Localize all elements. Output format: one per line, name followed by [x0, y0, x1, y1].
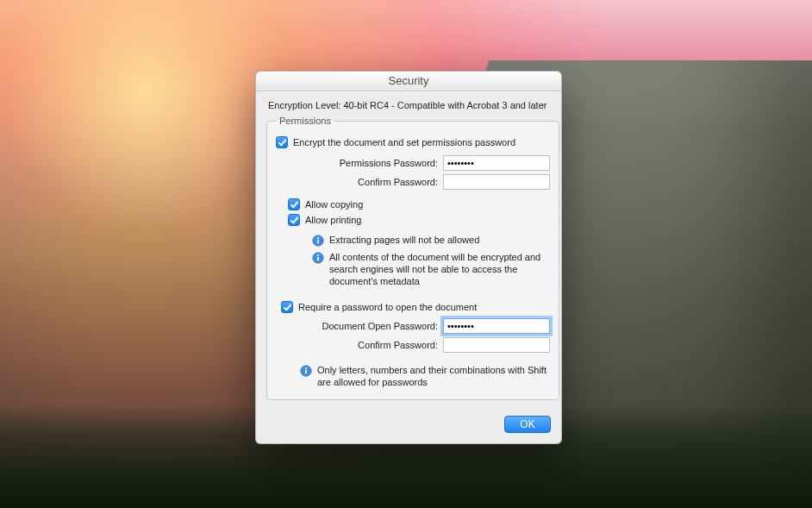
svg-point-7 — [305, 367, 307, 369]
allow-printing-checkbox[interactable] — [288, 214, 300, 226]
svg-point-4 — [317, 254, 319, 256]
confirm-open-password-label: Confirm Password: — [276, 340, 443, 350]
confirm-password-input[interactable] — [443, 174, 550, 190]
info-extracting-text: Extracting pages will not be allowed — [329, 235, 479, 247]
info-icon — [300, 365, 312, 377]
encryption-level-text: Encryption Level: 40-bit RC4 - Compatibl… — [266, 100, 551, 110]
info-icon — [312, 235, 324, 247]
info-contents-text: All contents of the document will be enc… — [329, 252, 550, 287]
encrypt-set-permissions-row: Encrypt the document and set permissions… — [276, 136, 550, 148]
svg-point-1 — [317, 237, 319, 239]
desktop-background: Security Encryption Level: 40-bit RC4 - … — [0, 0, 812, 508]
doc-open-password-label: Document Open Password: — [276, 321, 443, 331]
permissions-legend: Permissions — [276, 116, 334, 126]
allow-copying-row: Allow copying — [276, 198, 550, 210]
info-chars-row: Only letters, numbers and their combinat… — [276, 365, 550, 389]
info-contents-row: All contents of the document will be enc… — [276, 252, 550, 287]
doc-open-password-row: Document Open Password: — [276, 318, 550, 334]
ok-button[interactable]: OK — [504, 416, 551, 433]
button-bar: OK — [256, 416, 561, 443]
svg-rect-2 — [317, 240, 319, 244]
security-dialog: Security Encryption Level: 40-bit RC4 - … — [255, 71, 562, 444]
require-open-password-row: Require a password to open the document — [276, 301, 550, 313]
require-open-password-label: Require a password to open the document — [298, 302, 477, 312]
permissions-password-label: Permissions Password: — [276, 158, 443, 168]
dialog-title: Security — [256, 72, 561, 91]
allow-printing-label: Allow printing — [305, 215, 361, 225]
permissions-password-input[interactable] — [443, 155, 550, 171]
allow-copying-checkbox[interactable] — [288, 198, 300, 210]
dialog-content: Encryption Level: 40-bit RC4 - Compatibl… — [256, 91, 561, 416]
info-icon — [312, 252, 324, 264]
confirm-password-label: Confirm Password: — [276, 177, 443, 187]
svg-rect-8 — [305, 370, 307, 374]
confirm-password-row: Confirm Password: — [276, 174, 550, 190]
require-open-password-checkbox[interactable] — [281, 301, 293, 313]
info-chars-text: Only letters, numbers and their combinat… — [317, 365, 550, 389]
permissions-password-row: Permissions Password: — [276, 155, 550, 171]
encrypt-set-permissions-label: Encrypt the document and set permissions… — [293, 137, 515, 147]
encrypt-set-permissions-checkbox[interactable] — [276, 136, 288, 148]
allow-copying-label: Allow copying — [305, 199, 363, 210]
doc-open-password-input[interactable] — [443, 318, 550, 334]
confirm-open-password-input[interactable] — [443, 337, 550, 353]
info-extracting-row: Extracting pages will not be allowed — [276, 235, 550, 247]
allow-printing-row: Allow printing — [276, 214, 550, 226]
confirm-open-password-row: Confirm Password: — [276, 337, 550, 353]
permissions-fieldset: Permissions Encrypt the document and set… — [266, 116, 559, 400]
svg-rect-5 — [317, 257, 319, 261]
